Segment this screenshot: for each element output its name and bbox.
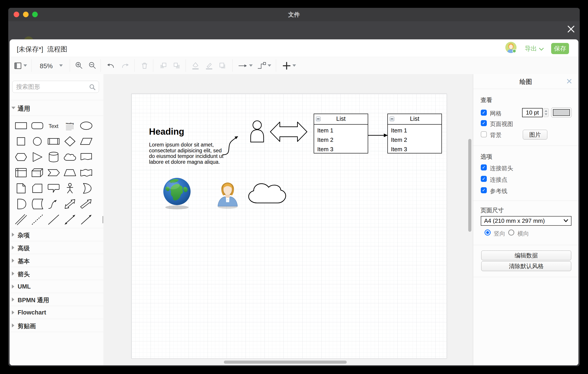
avatar[interactable] [505, 42, 516, 53]
zoom-out-icon[interactable] [88, 61, 97, 70]
save-button[interactable]: 保存 [551, 43, 569, 54]
connector-arrow[interactable] [368, 132, 388, 139]
horizontal-scrollbar[interactable] [224, 361, 347, 364]
export-menu[interactable]: 导出 [525, 44, 542, 53]
shape-rounded-rectangle[interactable] [30, 120, 44, 133]
shape-line[interactable] [47, 213, 61, 227]
sidebar-item-uml[interactable]: UML [10, 280, 104, 293]
list-item[interactable]: Item 1 [314, 126, 368, 135]
undo-icon[interactable] [106, 61, 115, 70]
shape-square[interactable] [14, 135, 28, 149]
shape-directional-connector[interactable] [79, 213, 93, 227]
shape-diamond[interactable] [63, 135, 77, 149]
shape-actor[interactable] [63, 182, 77, 196]
connection-arrow-caret[interactable] [249, 65, 253, 67]
shape-bidirectional-connector[interactable] [63, 213, 77, 227]
canvas-heading-text[interactable]: Heading [149, 127, 184, 137]
list-shape-2[interactable]: List Item 1 Item 2 Item 3 [387, 114, 442, 154]
view-layout-button[interactable] [13, 61, 22, 70]
list-header[interactable]: List [314, 114, 368, 125]
shape-hexagon[interactable] [14, 151, 28, 164]
section-general[interactable]: 通用 [10, 100, 104, 116]
line-color-icon[interactable] [205, 61, 214, 70]
grid-size-input[interactable] [522, 108, 543, 117]
canvas-paragraph-text[interactable]: Lorem ipsum dolor sit amet, consectetur … [149, 142, 230, 165]
portrait-radio[interactable] [484, 230, 491, 236]
shape-tape[interactable] [79, 166, 93, 180]
list-item[interactable]: Item 2 [388, 135, 441, 144]
vertical-scrollbar[interactable] [468, 139, 471, 232]
panel-close-icon[interactable] [567, 78, 572, 84]
canvas[interactable]: Heading Lorem ipsum dolor sit amet, cons… [104, 74, 473, 365]
shape-note[interactable] [14, 182, 28, 196]
shape-document[interactable] [79, 151, 93, 164]
shape-and[interactable] [14, 198, 28, 211]
shape-step[interactable] [47, 166, 61, 180]
sidebar-item-advanced[interactable]: 高级 [10, 241, 104, 254]
stepper-down-icon[interactable] [545, 113, 547, 115]
grid-size-stepper[interactable] [543, 108, 549, 117]
businesswoman-clipart[interactable] [216, 181, 239, 209]
insert-plus-icon[interactable] [282, 61, 291, 70]
shape-triangle[interactable] [30, 151, 44, 164]
sidebar-item-misc[interactable]: 杂项 [10, 228, 104, 241]
zoom-level[interactable]: 85% [40, 62, 53, 70]
collapse-icon[interactable] [316, 117, 321, 121]
waypoint-style-icon[interactable] [257, 61, 267, 70]
shape-process[interactable] [47, 135, 61, 149]
shape-cube[interactable] [30, 166, 44, 180]
shape-bidirectional-arrow[interactable] [63, 198, 77, 211]
landscape-radio[interactable] [508, 230, 514, 236]
grid-checkbox[interactable]: ✓ [481, 110, 487, 116]
view-layout-caret[interactable] [23, 65, 27, 67]
sidebar-item-flowchart[interactable]: Flowchart [10, 306, 104, 319]
sidebar-item-clipart[interactable]: 剪贴画 [10, 319, 104, 332]
shape-cloud[interactable] [63, 151, 77, 164]
search-input[interactable] [12, 81, 99, 93]
shape-curve[interactable] [47, 198, 61, 211]
shape-callout[interactable] [47, 182, 61, 196]
double-arrow-shape[interactable] [270, 119, 308, 144]
shape-link[interactable] [14, 213, 28, 227]
shape-dotted-line[interactable] [30, 213, 44, 227]
list-header[interactable]: List [388, 114, 441, 125]
connection-points-checkbox[interactable]: ✓ [481, 176, 487, 182]
waypoint-style-caret[interactable] [268, 65, 271, 67]
list-item[interactable]: Item 1 [388, 126, 441, 135]
sidebar-item-basic[interactable]: 基本 [10, 254, 104, 267]
zoom-level-caret[interactable] [59, 65, 63, 67]
guides-checkbox[interactable]: ✓ [481, 187, 487, 193]
shape-ellipse[interactable] [79, 120, 93, 133]
collapse-icon[interactable] [390, 117, 394, 121]
shape-circle[interactable] [30, 135, 44, 149]
edit-data-button[interactable]: 编辑数据 [481, 251, 571, 260]
earth-globe-clipart[interactable] [163, 177, 191, 210]
shape-card[interactable] [30, 182, 44, 196]
drawing-page[interactable]: Heading Lorem ipsum dolor sit amet, cons… [131, 94, 447, 359]
redo-icon[interactable] [121, 61, 130, 70]
page-view-checkbox[interactable]: ✓ [481, 120, 487, 126]
shape-rectangle[interactable] [14, 120, 28, 133]
background-checkbox[interactable] [481, 131, 487, 137]
sidebar-item-arrows[interactable]: 箭头 [10, 267, 104, 280]
background-image-button[interactable]: 图片 [523, 130, 547, 140]
to-back-icon[interactable] [172, 61, 181, 70]
delete-icon[interactable] [140, 61, 149, 70]
shape-internal-storage[interactable] [14, 166, 28, 180]
list-item[interactable]: Item 3 [314, 144, 368, 154]
shape-textbox[interactable]: Heading [66, 122, 74, 130]
connection-arrow-icon[interactable] [238, 61, 248, 70]
shadow-icon[interactable] [218, 61, 227, 70]
shape-data-storage[interactable] [30, 198, 44, 211]
cloud-clipart[interactable] [245, 176, 289, 206]
stepper-up-icon[interactable] [545, 110, 547, 112]
sidebar-item-bpmn[interactable]: BPMN 通用 [10, 293, 104, 306]
clear-default-style-button[interactable]: 清除默认风格 [481, 261, 571, 271]
insert-plus-caret[interactable] [293, 65, 296, 67]
fill-color-icon[interactable] [191, 61, 200, 70]
page-size-select[interactable]: A4 (210 mm x 297 mm) [481, 216, 571, 226]
person-shape[interactable] [249, 120, 265, 143]
connection-arrows-checkbox[interactable]: ✓ [481, 165, 487, 170]
list-item[interactable]: Item 3 [388, 144, 441, 154]
grid-color-button[interactable] [551, 108, 572, 117]
